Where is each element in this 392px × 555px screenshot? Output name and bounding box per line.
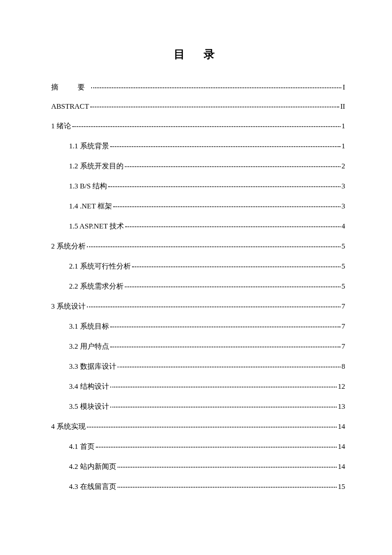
toc-entry: 1.2 系统开发目的2 <box>51 161 345 171</box>
toc-entry: 3.5 模块设计13 <box>51 402 345 411</box>
toc-entry-page: 3 <box>342 182 346 191</box>
toc-entry: 3 系统设计7 <box>51 301 345 311</box>
toc-entry-label: 3.1 系统目标 <box>69 321 109 331</box>
toc-leader-dots <box>113 206 340 207</box>
toc-leader-dots <box>125 226 340 227</box>
toc-entry-label: 摘 要 <box>51 82 90 92</box>
toc-leader-dots <box>110 146 340 147</box>
toc-entry: 3.3 数据库设计8 <box>51 361 345 371</box>
toc-entry-page: I <box>343 83 345 92</box>
toc-entry: 1.4 .NET 框架3 <box>51 201 345 211</box>
toc-entry-page: 1 <box>342 142 346 150</box>
toc-entry-label: 3.3 数据库设计 <box>69 361 116 371</box>
toc-entry-label: 4 系统实现 <box>51 422 86 431</box>
toc-title: 目 录 <box>51 47 345 62</box>
toc-entry: 4 系统实现14 <box>51 422 345 431</box>
toc-entry-label: 3.4 结构设计 <box>69 382 109 391</box>
toc-entry-page: 5 <box>342 262 346 271</box>
toc-entry: 3.2 用户特点7 <box>51 341 345 351</box>
toc-leader-dots <box>87 427 337 428</box>
toc-entry-page: 14 <box>338 442 345 451</box>
toc-entry-label: 2.1 系统可行性分析 <box>69 261 131 271</box>
toc-leader-dots <box>110 407 337 408</box>
toc-entry: 1.3 B/S 结构3 <box>51 181 345 191</box>
toc-entry: 1 绪论1 <box>51 121 345 131</box>
toc-leader-dots <box>118 367 340 367</box>
toc-entry-page: 7 <box>342 302 346 311</box>
toc-leader-dots <box>118 467 337 468</box>
toc-entry-page: 5 <box>342 242 346 251</box>
toc-leader-dots <box>110 327 340 327</box>
toc-entry-page: 12 <box>338 382 345 391</box>
toc-entry-label: 3 系统设计 <box>51 301 86 311</box>
toc-entry-page: 13 <box>338 402 345 411</box>
toc-entry-page: 5 <box>342 282 346 291</box>
toc-entry: 4.3 在线留言页15 <box>51 482 345 491</box>
toc-entry: 4.2 站内新闻页14 <box>51 462 345 471</box>
toc-leader-dots <box>72 126 340 127</box>
toc-entry: 2.1 系统可行性分析5 <box>51 261 345 271</box>
toc-entry-page: 3 <box>342 202 346 211</box>
toc-entry: 1.5 ASP.NET 技术4 <box>51 221 345 231</box>
toc-leader-dots <box>110 387 337 387</box>
toc-leader-dots <box>132 266 340 267</box>
toc-entry: ABSTRACTII <box>51 102 345 111</box>
toc-leader-dots <box>87 246 340 247</box>
toc-entry-page: 7 <box>342 322 346 331</box>
toc-entry: 2 系统分析5 <box>51 241 345 251</box>
toc-leader-dots <box>118 487 337 488</box>
toc-leader-dots <box>91 87 342 88</box>
toc-entry: 摘 要I <box>51 82 345 92</box>
toc-leader-dots <box>110 347 340 347</box>
toc-entry-label: 4.2 站内新闻页 <box>69 462 116 471</box>
toc-leader-dots <box>87 306 340 307</box>
toc-entry-label: 2.2 系统需求分析 <box>69 281 124 291</box>
toc-entry-label: ABSTRACT <box>51 102 89 111</box>
toc-entry: 3.1 系统目标7 <box>51 321 345 331</box>
toc-leader-dots <box>96 447 337 448</box>
toc-entry-label: 3.2 用户特点 <box>69 341 109 351</box>
toc-entry-page: 1 <box>342 122 346 130</box>
toc-entry-page: 15 <box>338 483 345 491</box>
toc-entry: 1.1 系统背景1 <box>51 141 345 151</box>
toc-entry-page: 14 <box>338 462 345 471</box>
toc-entry: 3.4 结构设计12 <box>51 382 345 391</box>
toc-leader-dots <box>125 286 340 287</box>
toc-leader-dots <box>108 186 340 187</box>
toc-entry-page: 14 <box>338 422 345 431</box>
toc-entry-label: 4.1 首页 <box>69 442 95 451</box>
toc-entry-page: 2 <box>342 162 346 171</box>
toc-entry-label: 1.5 ASP.NET 技术 <box>69 221 124 231</box>
toc-entry-label: 4.3 在线留言页 <box>69 482 116 491</box>
toc-leader-dots <box>125 166 340 167</box>
toc-entry-page: 4 <box>342 222 346 231</box>
toc-entry-label: 1.4 .NET 框架 <box>69 201 112 211</box>
toc-list: 摘 要IABSTRACTII1 绪论11.1 系统背景11.2 系统开发目的21… <box>51 82 345 491</box>
toc-entry-page: 8 <box>342 362 346 371</box>
toc-entry-label: 1.1 系统背景 <box>69 141 109 151</box>
toc-leader-dots <box>90 107 339 107</box>
toc-entry-label: 3.5 模块设计 <box>69 402 109 411</box>
toc-entry-label: 1.3 B/S 结构 <box>69 181 107 191</box>
toc-entry-label: 1.2 系统开发目的 <box>69 161 124 171</box>
toc-entry-page: II <box>340 102 345 111</box>
toc-entry-page: 7 <box>342 342 346 351</box>
toc-entry-label: 2 系统分析 <box>51 241 86 251</box>
toc-entry: 2.2 系统需求分析5 <box>51 281 345 291</box>
toc-entry-label: 1 绪论 <box>51 121 71 131</box>
toc-entry: 4.1 首页14 <box>51 442 345 451</box>
